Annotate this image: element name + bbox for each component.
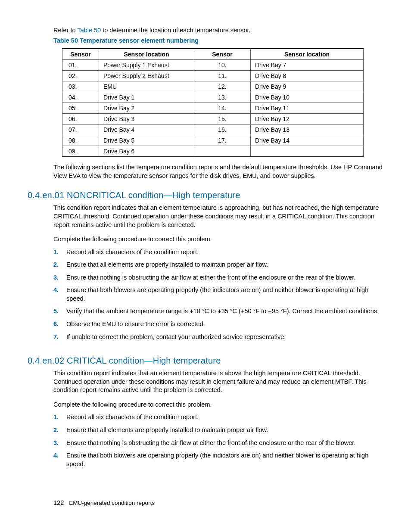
table-header-row: Sensor Sensor location Sensor Sensor loc… (62, 49, 364, 60)
table-row: 02.Power Supply 2 Exhaust11.Drive Bay 8 (62, 71, 364, 81)
location-cell: Drive Bay 12 (251, 114, 364, 124)
section-0-4-en-02-heading: 0.4.en.02 CRITICAL condition—High temper… (28, 356, 383, 366)
table-row: 03.EMU12.Drive Bay 9 (62, 81, 364, 92)
list-item: Ensure that nothing is obstructing the a… (53, 439, 383, 452)
location-cell: Drive Bay 10 (251, 92, 364, 103)
list-item: Observe the EMU to ensure the error is c… (53, 320, 383, 333)
list-item: Verify that the ambient temperature rang… (53, 307, 383, 320)
sensor-cell: 04. (62, 92, 99, 103)
section2-p2: Complete the following procedure to corr… (53, 401, 383, 409)
location-cell: EMU (99, 81, 194, 92)
location-cell: Drive Bay 8 (251, 71, 364, 81)
intro-paragraph: Refer to Table 50 to determine the locat… (53, 26, 383, 34)
location-cell: Drive Bay 2 (99, 103, 194, 114)
sensor-cell: 05. (62, 103, 99, 114)
sensor-cell: 12. (194, 81, 251, 92)
list-item: Ensure that both blowers are operating p… (53, 286, 383, 307)
location-cell: Drive Bay 4 (99, 124, 194, 135)
post-table-paragraph: The following sections list the temperat… (53, 163, 383, 180)
col-sensor-2: Sensor (194, 49, 251, 60)
location-cell: Drive Bay 3 (99, 114, 194, 124)
intro-suffix: to determine the location of each temper… (101, 27, 250, 34)
sensor-cell: 10. (194, 60, 251, 71)
col-sensor-1: Sensor (62, 49, 99, 60)
location-cell: Power Supply 2 Exhaust (99, 71, 194, 81)
page-footer: 122EMU-generated condition reports (53, 499, 155, 506)
location-cell: Power Supply 1 Exhaust (99, 60, 194, 71)
list-item: Ensure that both blowers are operating p… (53, 451, 383, 473)
section1-p1: This condition report indicates that an … (53, 204, 383, 229)
col-location-1: Sensor location (99, 49, 194, 60)
section-0-4-en-01-heading: 0.4.en.01 NONCRITICAL condition—High tem… (28, 190, 383, 200)
table-50-link[interactable]: Table 50 (77, 27, 101, 34)
sensor-cell: 02. (62, 71, 99, 81)
section2-steps: Record all six characters of the conditi… (53, 413, 383, 473)
page-number: 122 (53, 499, 64, 506)
table-row: 01.Power Supply 1 Exhaust10.Drive Bay 7 (62, 60, 364, 71)
sensor-cell: 08. (62, 135, 99, 146)
sensor-table: Sensor Sensor location Sensor Sensor loc… (62, 48, 364, 157)
col-location-2: Sensor location (251, 49, 364, 60)
list-item: Record all six characters of the conditi… (53, 413, 383, 426)
section1-steps: Record all six characters of the conditi… (53, 248, 383, 346)
location-cell: Drive Bay 6 (99, 146, 194, 157)
sensor-cell: 01. (62, 60, 99, 71)
sensor-cell: 16. (194, 124, 251, 135)
content-area: Refer to Table 50 to determine the locat… (28, 26, 383, 473)
sensor-cell: 03. (62, 81, 99, 92)
location-cell: Drive Bay 1 (99, 92, 194, 103)
location-cell (251, 146, 364, 157)
sensor-cell: 09. (62, 146, 99, 157)
sensor-cell: 17. (194, 135, 251, 146)
table-row: 08.Drive Bay 517.Drive Bay 14 (62, 135, 364, 146)
sensor-cell (194, 146, 251, 157)
table-title: Table 50 Temperature sensor element numb… (53, 37, 383, 44)
sensor-cell: 15. (194, 114, 251, 124)
location-cell: Drive Bay 13 (251, 124, 364, 135)
location-cell: Drive Bay 11 (251, 103, 364, 114)
location-cell: Drive Bay 5 (99, 135, 194, 146)
list-item: Ensure that all elements are properly in… (53, 261, 383, 274)
list-item: Record all six characters of the conditi… (53, 248, 383, 261)
location-cell: Drive Bay 9 (251, 81, 364, 92)
location-cell: Drive Bay 7 (251, 60, 364, 71)
sensor-cell: 07. (62, 124, 99, 135)
sensor-cell: 06. (62, 114, 99, 124)
sensor-cell: 13. (194, 92, 251, 103)
section1-p2: Complete the following procedure to corr… (53, 235, 383, 244)
sensor-cell: 14. (194, 103, 251, 114)
location-cell: Drive Bay 14 (251, 135, 364, 146)
section2-p1: This condition report indicates that an … (53, 369, 383, 395)
footer-title: EMU-generated condition reports (69, 500, 155, 506)
list-item: Ensure that all elements are properly in… (53, 426, 383, 439)
list-item: If unable to correct the problem, contac… (53, 333, 383, 346)
table-row: 05.Drive Bay 214.Drive Bay 11 (62, 103, 364, 114)
page: Refer to Table 50 to determine the locat… (0, 0, 411, 532)
list-item: Ensure that nothing is obstructing the a… (53, 274, 383, 286)
table-row: 04.Drive Bay 113.Drive Bay 10 (62, 92, 364, 103)
table-row: 06.Drive Bay 315.Drive Bay 12 (62, 114, 364, 124)
intro-prefix: Refer to (53, 27, 77, 34)
table-row: 09.Drive Bay 6 (62, 146, 364, 157)
sensor-cell: 11. (194, 71, 251, 81)
table-row: 07.Drive Bay 416.Drive Bay 13 (62, 124, 364, 135)
